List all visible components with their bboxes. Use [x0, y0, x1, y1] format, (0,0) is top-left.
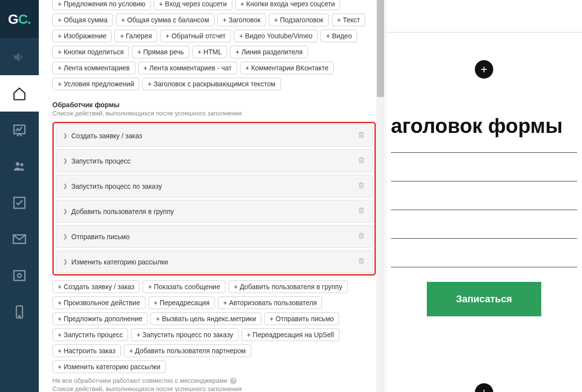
- plus-icon: +: [58, 48, 62, 56]
- plus-icon: +: [337, 16, 341, 24]
- add-block-tag[interactable]: +Общая сумма с балансом: [116, 14, 214, 26]
- add-block-tag[interactable]: +Подзаголовок: [269, 14, 329, 26]
- add-block-tag[interactable]: +Линия разделителя: [230, 46, 308, 58]
- nav-safe-icon[interactable]: [0, 257, 39, 294]
- plus-icon: +: [235, 48, 239, 56]
- handler-item[interactable]: ❯Изменить категорию рассылки: [56, 250, 372, 273]
- plus-icon: +: [165, 32, 169, 40]
- add-block-tag[interactable]: +HTML: [192, 46, 227, 58]
- add-handler-tag[interactable]: +Показать сообщение: [143, 280, 226, 293]
- sidebar: GC.: [0, 0, 39, 392]
- add-block-tag[interactable]: +Галерея: [114, 30, 157, 42]
- note-text: Не все обработчики работают совместно с …: [52, 377, 227, 384]
- add-handler-tag[interactable]: +Вызвать цель яндекс.метрики: [150, 312, 261, 325]
- tag-row: +Общая сумма+Общая сумма с балансом+Заго…: [52, 14, 376, 26]
- add-block-tag[interactable]: +Предложения по условию: [52, 0, 151, 10]
- add-handler-tag[interactable]: +Создать заявку / заказ: [52, 280, 140, 293]
- form-input-line[interactable]: [391, 152, 577, 153]
- delete-icon[interactable]: [357, 231, 365, 242]
- add-block-tag[interactable]: +Прямая речь: [132, 46, 189, 58]
- add-block-tag[interactable]: +Кнопки входа через соцсети: [235, 0, 340, 10]
- handler-label: Отправить письмо: [71, 233, 129, 241]
- plus-icon: +: [147, 80, 151, 88]
- add-block-tag[interactable]: +Кнопки поделиться: [52, 46, 129, 58]
- add-handler-tag[interactable]: +Запустить процесс: [52, 328, 128, 341]
- plus-icon: +: [270, 315, 274, 323]
- svg-rect-0: [14, 125, 25, 134]
- plus-icon: +: [326, 32, 330, 40]
- handler-note-1: Не все обработчики работают совместно с …: [52, 377, 376, 384]
- plus-icon: +: [234, 283, 238, 291]
- nav-home-icon[interactable]: [0, 75, 39, 112]
- nav-tasks-icon[interactable]: [0, 184, 39, 221]
- plus-icon: +: [197, 48, 201, 56]
- add-handler-tag[interactable]: +Произвольное действие: [52, 296, 146, 309]
- plus-icon: +: [58, 283, 62, 291]
- add-block-tag[interactable]: +Видео: [321, 30, 357, 42]
- plus-icon: +: [121, 16, 125, 24]
- add-handler-tag[interactable]: +Переадресация на UpSell: [242, 328, 340, 341]
- add-block-tag[interactable]: +Вход через соцсети: [154, 0, 232, 10]
- logo-g: G: [8, 12, 18, 27]
- chevron-right-icon: ❯: [63, 183, 67, 189]
- add-block-tag[interactable]: +Изображение: [52, 30, 112, 42]
- plus-icon: +: [58, 331, 62, 339]
- nav-mobile-icon[interactable]: [0, 294, 39, 330]
- add-handler-tag[interactable]: +Переадресация: [148, 296, 215, 309]
- delete-icon[interactable]: [357, 206, 365, 216]
- nav-users-icon[interactable]: [0, 148, 39, 184]
- svg-point-1: [16, 162, 20, 166]
- plus-icon: +: [129, 347, 133, 355]
- handler-label: Запустить процесс: [71, 157, 130, 165]
- add-block-tag[interactable]: +Заголовок: [217, 14, 266, 26]
- add-block-tag[interactable]: +Заголовок с раскрывающимся текстом: [142, 78, 280, 90]
- handler-item[interactable]: ❯Отправить письмо: [56, 225, 372, 248]
- plus-icon: +: [58, 64, 62, 72]
- add-block-tag[interactable]: +Лента комментариев - чат: [138, 62, 237, 74]
- add-handler-tag[interactable]: +Запустить процесс по заказу: [131, 328, 238, 341]
- delete-icon[interactable]: [357, 181, 365, 191]
- add-block-tag[interactable]: +Текст: [332, 14, 365, 26]
- plus-icon: +: [148, 283, 152, 291]
- nav-analytics-icon[interactable]: [0, 112, 39, 148]
- plus-icon: +: [223, 299, 227, 307]
- tag-row: +Предложения по условию+Вход через соцсе…: [52, 0, 376, 10]
- add-block-tag[interactable]: +Лента комментариев: [52, 62, 135, 74]
- add-handler-tag[interactable]: +Предложить дополнение: [52, 312, 147, 325]
- logo-c: C: [18, 12, 27, 27]
- chevron-right-icon: ❯: [63, 158, 67, 164]
- add-block-tag[interactable]: +Обратный отсчет: [160, 30, 231, 42]
- scrollbar-thumb[interactable]: [377, 0, 384, 97]
- handler-section-title: Обработчик формы: [52, 101, 376, 109]
- delete-icon[interactable]: [357, 156, 365, 166]
- add-handler-tag[interactable]: +Авторизовать пользователя: [218, 296, 322, 309]
- add-block-tag[interactable]: +Видео Youtube/Vimeo: [234, 30, 318, 42]
- add-block-tag[interactable]: +Общая сумма: [52, 14, 113, 26]
- add-handler-tag[interactable]: +Отправить письмо: [264, 312, 340, 325]
- delete-icon[interactable]: [357, 131, 365, 141]
- handler-item[interactable]: ❯Запустить процесс: [56, 149, 372, 172]
- handler-item[interactable]: ❯Добавить пользователя в группу: [56, 200, 372, 223]
- add-handler-tag[interactable]: +Добавить пользователя партнером: [124, 344, 251, 357]
- add-block-tag[interactable]: +Комментарии ВКонтакте: [240, 62, 334, 74]
- scrollbar[interactable]: [376, 0, 385, 392]
- svg-point-2: [20, 163, 23, 166]
- handler-item[interactable]: ❯Запустить процесс по заказу: [56, 175, 372, 197]
- plus-icon: +: [223, 16, 226, 24]
- signup-button[interactable]: Записаться: [427, 282, 541, 316]
- add-handler-tag[interactable]: +Добавить пользователя в группу: [228, 280, 348, 293]
- plus-icon: +: [144, 64, 147, 72]
- add-handler-tag[interactable]: +Изменить категорию рассылки: [52, 360, 166, 373]
- delete-icon[interactable]: [357, 257, 365, 267]
- handler-item[interactable]: ❯Создать заявку / заказ: [56, 124, 372, 147]
- form-input-line[interactable]: [391, 181, 577, 181]
- nav-mail-icon[interactable]: [0, 221, 39, 257]
- add-block-tag[interactable]: +Условия предложений: [52, 78, 139, 90]
- form-input-line[interactable]: [391, 267, 577, 267]
- help-icon[interactable]: ?: [230, 377, 237, 384]
- form-input-line[interactable]: [391, 238, 577, 239]
- form-input-line[interactable]: [391, 210, 577, 210]
- nav-sound-icon[interactable]: [0, 39, 39, 75]
- add-handler-tag[interactable]: +Настроить заказ: [52, 344, 121, 357]
- chevron-right-icon: ❯: [63, 259, 67, 265]
